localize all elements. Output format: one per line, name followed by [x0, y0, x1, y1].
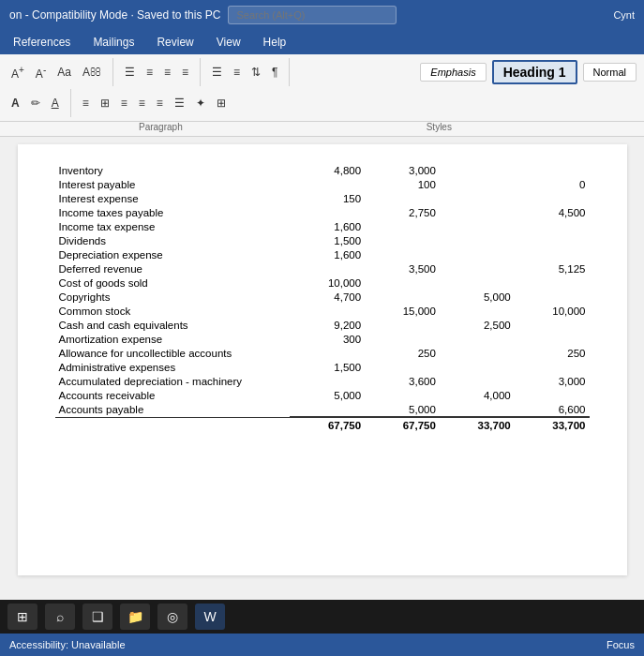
highlight-btn[interactable]: ✏: [27, 95, 44, 112]
shading-btn[interactable]: ✦: [192, 95, 209, 112]
align-btn2[interactable]: ≡: [230, 64, 244, 81]
col1-cell: 1,600: [290, 247, 365, 261]
list-style-btn3[interactable]: ≡: [160, 64, 174, 81]
totals-row: 67,750 67,750 33,700 33,700: [55, 417, 590, 432]
style-heading1-btn[interactable]: Heading 1: [492, 60, 577, 84]
start-btn[interactable]: ⊞: [7, 604, 37, 630]
title-mode: on - Compatibility Mode · Saved to this …: [9, 8, 220, 22]
col2-cell: [365, 233, 440, 247]
align-right-btn[interactable]: ≡: [135, 95, 149, 112]
menu-view[interactable]: View: [213, 34, 245, 51]
table-row: Accumulated depreciation - machinery 3,6…: [55, 374, 590, 388]
table-row: Interest payable 100 0: [55, 177, 590, 191]
col4-cell: 250: [515, 346, 590, 360]
col4-cell: [515, 290, 590, 304]
menu-review[interactable]: Review: [153, 34, 197, 51]
col1-cell: [290, 374, 365, 388]
align-btn1[interactable]: ☰: [208, 64, 226, 81]
table-row: Amortization expense 300: [55, 332, 590, 346]
chrome-btn[interactable]: ◎: [157, 604, 187, 630]
col3-cell: [440, 177, 515, 191]
font-increase-btn[interactable]: A+: [7, 63, 28, 82]
col2-cell: [365, 290, 440, 304]
status-bar: Accessibility: Unavailable Focus: [0, 634, 644, 656]
underline-color-btn[interactable]: A: [48, 95, 63, 112]
col1-cell: [290, 304, 365, 318]
col1-cell: [290, 261, 365, 276]
ribbon-row1: A+ A- Aa A ☰ ≡ ≡ ≡ ☰ ≡ ⇅ ¶ Emphasis Hea…: [7, 58, 637, 86]
label-cell: Interest expense: [55, 191, 291, 205]
list-style-btn2[interactable]: ≡: [142, 64, 157, 81]
ribbon-divider4: [70, 89, 71, 117]
border-btn[interactable]: ⊞: [213, 95, 230, 112]
label-cell: Amortization expense: [55, 332, 291, 346]
label-cell: Depreciation expense: [55, 247, 291, 261]
menu-references[interactable]: References: [9, 34, 74, 51]
search-taskbar-btn[interactable]: ⌕: [45, 604, 75, 630]
col2-cell: [365, 388, 440, 402]
col4-cell: [515, 332, 590, 346]
style-normal-btn[interactable]: Normal: [583, 63, 637, 82]
col4-cell: [515, 247, 590, 261]
align-justify-btn[interactable]: ≡: [153, 95, 167, 112]
col1-cell: 300: [290, 332, 365, 346]
document-area[interactable]: Inventory 4,800 3,000 Interest payable 1…: [18, 144, 627, 575]
search-input[interactable]: [228, 6, 397, 24]
col3-cell: [440, 219, 515, 233]
style-emphasis-btn[interactable]: Emphasis: [420, 63, 486, 82]
col2-cell: [365, 276, 440, 290]
font-clear-btn[interactable]: A: [79, 64, 105, 81]
font-decrease-btn[interactable]: A-: [32, 63, 50, 82]
col3-cell: [440, 402, 515, 417]
col3-cell: [440, 261, 515, 276]
align-left-btn[interactable]: ≡: [79, 95, 93, 112]
taskview-btn[interactable]: ❑: [82, 604, 112, 630]
label-cell: Allowance for uncollectible accounts: [55, 346, 291, 360]
col4-cell: 10,000: [515, 304, 590, 318]
label-cell: Interest payable: [55, 177, 291, 191]
label-cell: Administrative expenses: [55, 360, 291, 374]
table-row: Income tax expense 1,600: [55, 219, 590, 233]
font-color-btn[interactable]: A: [7, 95, 23, 112]
col1-cell: 1,600: [290, 219, 365, 233]
col3-cell: [440, 332, 515, 346]
word-btn[interactable]: W: [195, 604, 225, 630]
table-row: Cost of goods sold 10,000: [55, 276, 590, 290]
accessibility-status: Accessibility: Unavailable: [9, 639, 126, 650]
col3-cell: [440, 163, 515, 177]
font-case-btn[interactable]: Aa: [53, 64, 75, 81]
ribbon-divider3: [289, 58, 290, 86]
explorer-btn[interactable]: 📁: [120, 604, 150, 630]
align-center-btn[interactable]: ≡: [117, 95, 131, 112]
col2-cell: [365, 318, 440, 332]
menu-mailings[interactable]: Mailings: [89, 34, 138, 51]
menu-help[interactable]: Help: [260, 34, 291, 51]
sort-btn[interactable]: ⇅: [247, 64, 264, 81]
label-cell: Accumulated depreciation - machinery: [55, 374, 291, 388]
col3-cell: [440, 360, 515, 374]
col3-cell: [440, 233, 515, 247]
col2-cell: 3,500: [365, 261, 440, 276]
col3-cell: [440, 346, 515, 360]
focus-status: Focus: [607, 639, 635, 650]
col2-cell: [365, 332, 440, 346]
label-cell: Income tax expense: [55, 219, 291, 233]
label-cell: Common stock: [55, 304, 291, 318]
label-cell: Copyrights: [55, 290, 291, 304]
list-indent-btn[interactable]: ≡: [178, 64, 192, 81]
col2-cell: 100: [365, 177, 440, 191]
col3-cell: [440, 374, 515, 388]
ribbon-divider1: [112, 58, 113, 86]
indent-list-btn[interactable]: ☰: [171, 95, 188, 112]
label-cell: Dividends: [55, 233, 291, 247]
col2-cell: [365, 360, 440, 374]
col4-cell: [515, 219, 590, 233]
table-row: Administrative expenses 1,500: [55, 360, 590, 374]
pilcrow-btn[interactable]: ¶: [268, 64, 281, 81]
list-style-btn1[interactable]: ☰: [121, 64, 139, 81]
ribbon-labels-row: Paragraph Styles: [0, 122, 644, 137]
col4-cell: [515, 233, 590, 247]
col4-cell: [515, 388, 590, 402]
table-btn[interactable]: ⊞: [97, 95, 113, 112]
col2-cell: 250: [365, 346, 440, 360]
